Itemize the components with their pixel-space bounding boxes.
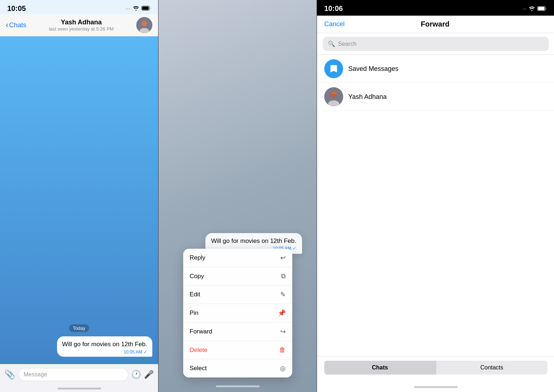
status-bar-panel1: 10:05 ··· bbox=[0, 0, 158, 14]
menu-select[interactable]: Select ◎ bbox=[183, 359, 292, 377]
wifi-icon bbox=[133, 5, 139, 12]
contact-status: last seen yesterday at 5:26 PM bbox=[49, 26, 113, 32]
tab-chats[interactable]: Chats bbox=[324, 361, 436, 375]
chat-input-bar: 📎 Message 🕐 🎤 bbox=[0, 364, 158, 385]
back-button[interactable]: ‹ Chats bbox=[6, 20, 26, 30]
message-text: Will go for movies on 12th Feb. bbox=[62, 341, 147, 348]
svg-rect-13 bbox=[331, 92, 337, 94]
forward-screen: 10:06 ··· Cancel Forward 🔍 Search bbox=[317, 0, 554, 392]
message-meta: 10:05 AM ✓ bbox=[62, 349, 147, 355]
svg-rect-10 bbox=[538, 7, 545, 10]
copy-label: Copy bbox=[190, 273, 204, 280]
message-bubble[interactable]: Will go for movies on 12th Feb. 10:05 AM… bbox=[57, 336, 152, 357]
chat-screen: 10:05 ··· ‹ Chats bbox=[0, 0, 158, 392]
forward-icon: ↪ bbox=[280, 328, 286, 336]
message-time: 10:05 AM bbox=[124, 349, 142, 355]
forward-title: Forward bbox=[421, 20, 450, 28]
chat-body: Today Will go for movies on 12th Feb. 10… bbox=[0, 36, 158, 364]
menu-edit[interactable]: Edit ✎ bbox=[183, 285, 292, 304]
cancel-button[interactable]: Cancel bbox=[324, 20, 345, 28]
home-indicator bbox=[0, 385, 158, 392]
home-bar-p2 bbox=[216, 385, 260, 387]
p3-signal-icon: ··· bbox=[522, 6, 526, 11]
date-label: Today bbox=[6, 324, 152, 332]
home-indicator-p3 bbox=[317, 382, 554, 392]
forward-label: Forward bbox=[190, 328, 212, 335]
tab-chats-label: Chats bbox=[372, 364, 388, 371]
search-input[interactable]: 🔍 Search bbox=[323, 37, 549, 51]
avatar[interactable] bbox=[136, 17, 152, 33]
search-icon: 🔍 bbox=[328, 40, 335, 47]
status-icons: ··· bbox=[126, 5, 151, 12]
status-bar-panel3: 10:06 ··· bbox=[317, 0, 554, 16]
attach-button[interactable]: 📎 bbox=[4, 369, 15, 380]
select-icon: ◎ bbox=[280, 364, 286, 372]
yash-avatar bbox=[324, 87, 343, 106]
search-bar: 🔍 Search bbox=[317, 33, 554, 55]
menu-delete[interactable]: Delete 🗑 bbox=[183, 341, 292, 359]
svg-point-8 bbox=[531, 10, 533, 11]
saved-messages-label: Saved Messages bbox=[348, 65, 398, 73]
contact-name: Yash Adhana bbox=[61, 19, 101, 26]
edit-icon: ✎ bbox=[280, 291, 286, 299]
preview-text: Will go for movies on 12th Feb. bbox=[211, 237, 296, 244]
contact-info: Yash Adhana last seen yesterday at 5:26 … bbox=[49, 19, 113, 32]
p3-status-time: 10:06 bbox=[324, 4, 343, 13]
contacts-list: Saved Messages Yash Adhana bbox=[317, 55, 554, 356]
date-badge: Today bbox=[69, 324, 89, 332]
list-item-saved-messages[interactable]: Saved Messages bbox=[317, 55, 554, 83]
forward-header: Cancel Forward bbox=[317, 16, 554, 33]
list-item-yash-adhana[interactable]: Yash Adhana bbox=[317, 83, 554, 111]
select-label: Select bbox=[190, 365, 207, 372]
voice-button[interactable]: 🎤 bbox=[144, 370, 154, 379]
yash-adhana-label: Yash Adhana bbox=[348, 93, 387, 101]
home-bar bbox=[57, 388, 101, 389]
chats-back-label[interactable]: Chats bbox=[9, 21, 26, 29]
context-menu: Reply ↩ Copy ⧉ Edit ✎ Pin 📌 Forward ↪ De… bbox=[183, 249, 292, 377]
saved-messages-avatar bbox=[324, 59, 343, 78]
pin-icon: 📌 bbox=[278, 309, 286, 317]
reply-label: Reply bbox=[190, 254, 205, 261]
svg-point-0 bbox=[136, 9, 137, 11]
sticker-button[interactable]: 🕐 bbox=[131, 370, 141, 379]
message-placeholder: Message bbox=[24, 371, 47, 377]
chevron-left-icon: ‹ bbox=[6, 20, 8, 30]
message-input[interactable]: Message bbox=[18, 368, 128, 381]
copy-icon: ⧉ bbox=[281, 272, 286, 280]
message-check-icon: ✓ bbox=[144, 349, 147, 355]
status-time: 10:05 bbox=[7, 4, 26, 13]
battery-icon bbox=[141, 5, 151, 12]
bottom-tabs: Chats Contacts bbox=[317, 356, 554, 382]
menu-reply[interactable]: Reply ↩ bbox=[183, 249, 292, 267]
delete-label: Delete bbox=[190, 347, 208, 354]
svg-rect-7 bbox=[142, 21, 147, 23]
tab-contacts[interactable]: Contacts bbox=[436, 361, 548, 375]
home-indicator-p2 bbox=[158, 380, 317, 392]
search-placeholder: Search bbox=[338, 41, 357, 47]
chat-header: ‹ Chats Yash Adhana last seen yesterday … bbox=[0, 14, 158, 36]
tab-contacts-label: Contacts bbox=[480, 364, 503, 371]
pin-label: Pin bbox=[190, 309, 199, 317]
preview-check-icon: ✓ bbox=[293, 246, 296, 251]
reply-icon: ↩ bbox=[280, 254, 286, 262]
delete-icon: 🗑 bbox=[279, 346, 286, 354]
signal-icon: ··· bbox=[126, 6, 131, 11]
p3-wifi-icon bbox=[529, 6, 535, 11]
p3-status-icons: ··· bbox=[522, 6, 547, 11]
svg-rect-2 bbox=[142, 7, 149, 10]
menu-pin[interactable]: Pin 📌 bbox=[183, 304, 292, 323]
p3-battery-icon bbox=[537, 6, 547, 11]
menu-copy[interactable]: Copy ⧉ bbox=[183, 267, 292, 285]
home-bar-p3 bbox=[414, 386, 458, 388]
context-menu-screen: Will go for movies on 12th Feb. 10:05 AM… bbox=[158, 0, 317, 392]
menu-forward[interactable]: Forward ↪ bbox=[183, 323, 292, 341]
edit-label: Edit bbox=[190, 291, 200, 298]
